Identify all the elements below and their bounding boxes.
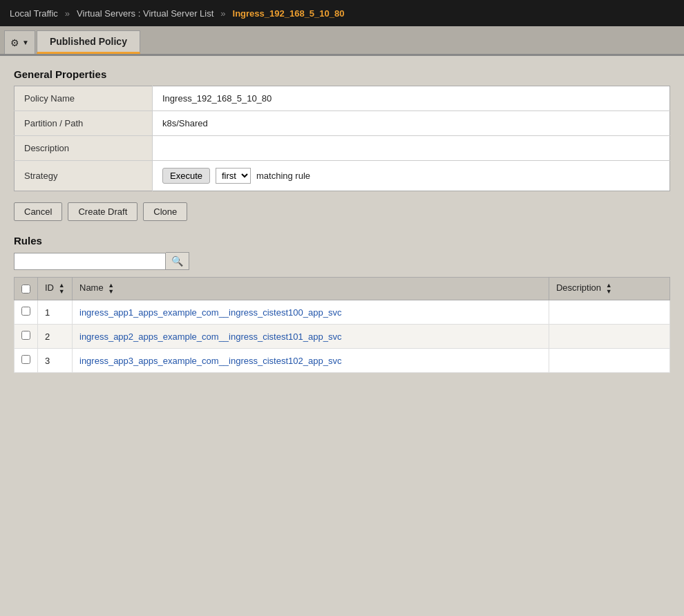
breadcrumb-bar: Local Traffic » Virtual Servers : Virtua… — [0, 0, 684, 26]
breadcrumb-current: Ingress_192_168_5_10_80 — [233, 8, 345, 19]
row-id: 3 — [38, 349, 73, 373]
property-value-partition-path: k8s/Shared — [153, 111, 670, 136]
row-id: 1 — [38, 300, 73, 325]
property-value-strategy: Execute first matching rule — [153, 161, 670, 191]
search-icon: 🔍 — [171, 256, 183, 267]
row-checkbox[interactable] — [21, 355, 30, 364]
property-value-description[interactable] — [153, 136, 670, 161]
row-name[interactable]: ingress_app1_apps_example_com__ingress_c… — [73, 300, 549, 325]
tab-published-label: Published Policy — [50, 36, 127, 47]
row-name[interactable]: ingress_app3_apps_example_com__ingress_c… — [73, 349, 549, 373]
table-row: 2ingress_app2_apps_example_com__ingress_… — [15, 325, 670, 349]
row-checkbox-cell[interactable] — [15, 349, 38, 373]
breadcrumb-sep-1: » — [65, 8, 70, 19]
rules-search-input[interactable] — [14, 253, 166, 270]
rules-search-button[interactable]: 🔍 — [166, 252, 189, 270]
rule-link[interactable]: ingress_app3_apps_example_com__ingress_c… — [79, 356, 341, 366]
create-draft-button[interactable]: Create Draft — [68, 202, 137, 221]
table-row: 1ingress_app1_apps_example_com__ingress_… — [15, 300, 670, 325]
property-row-strategy: Strategy Execute first matching rule — [15, 161, 670, 191]
rule-link[interactable]: ingress_app2_apps_example_com__ingress_c… — [79, 331, 341, 342]
desc-sort-arrows: ▲▼ — [606, 282, 612, 295]
description-input[interactable] — [162, 143, 660, 153]
property-label-policy-name: Policy Name — [15, 86, 153, 111]
strategy-cell: Execute first matching rule — [162, 168, 660, 184]
column-header-description[interactable]: Description ▲▼ — [549, 278, 669, 300]
row-name[interactable]: ingress_app2_apps_example_com__ingress_c… — [73, 325, 549, 349]
row-checkbox[interactable] — [21, 307, 30, 316]
cancel-button[interactable]: Cancel — [14, 202, 62, 221]
row-description — [549, 325, 669, 349]
row-checkbox-cell[interactable] — [15, 300, 38, 325]
rules-heading: Rules — [14, 235, 670, 247]
column-header-checkbox[interactable] — [15, 278, 38, 300]
column-header-id[interactable]: ID ▲▼ — [38, 278, 73, 300]
rules-table: ID ▲▼ Name ▲▼ Description ▲▼ 1ingress_ap… — [14, 277, 670, 373]
gear-dropdown-arrow: ▼ — [22, 39, 29, 46]
strategy-suffix: matching rule — [256, 171, 310, 181]
property-row-partition-path: Partition / Path k8s/Shared — [15, 111, 670, 136]
row-description — [549, 349, 669, 373]
search-container: 🔍 — [14, 252, 670, 270]
rule-link[interactable]: ingress_app1_apps_example_com__ingress_c… — [79, 307, 341, 318]
column-label-id: ID — [45, 282, 54, 293]
gear-icon: ⚙ — [10, 37, 19, 48]
property-label-partition-path: Partition / Path — [15, 111, 153, 136]
clone-button[interactable]: Clone — [143, 202, 187, 221]
column-label-name: Name — [79, 282, 104, 293]
id-sort-arrows: ▲▼ — [59, 282, 65, 295]
rules-table-header-row: ID ▲▼ Name ▲▼ Description ▲▼ — [15, 278, 670, 300]
strategy-select[interactable]: first — [216, 168, 251, 184]
tab-bar: ⚙ ▼ Published Policy — [0, 26, 684, 56]
select-all-checkbox[interactable] — [21, 285, 30, 293]
property-row-description: Description — [15, 136, 670, 161]
row-description — [549, 300, 669, 325]
properties-table: Policy Name Ingress_192_168_5_10_80 Part… — [14, 86, 670, 191]
row-checkbox[interactable] — [21, 331, 30, 340]
property-value-policy-name: Ingress_192_168_5_10_80 — [153, 86, 670, 111]
tab-published-policy[interactable]: Published Policy — [37, 30, 140, 54]
column-header-name[interactable]: Name ▲▼ — [73, 278, 549, 300]
row-checkbox-cell[interactable] — [15, 325, 38, 349]
property-row-policy-name: Policy Name Ingress_192_168_5_10_80 — [15, 86, 670, 111]
tab-gear-button[interactable]: ⚙ ▼ — [4, 30, 35, 54]
general-properties-heading: General Properties — [14, 68, 670, 80]
breadcrumb-virtual-servers[interactable]: Virtual Servers : Virtual Server List — [77, 8, 213, 19]
table-row: 3ingress_app3_apps_example_com__ingress_… — [15, 349, 670, 373]
breadcrumb-sep-2: » — [220, 8, 225, 19]
property-label-description: Description — [15, 136, 153, 161]
column-label-description: Description — [556, 282, 601, 293]
breadcrumb-local-traffic[interactable]: Local Traffic — [10, 8, 58, 19]
row-id: 2 — [38, 325, 73, 349]
strategy-execute-button[interactable]: Execute — [162, 168, 210, 184]
action-buttons: Cancel Create Draft Clone — [14, 202, 670, 221]
name-sort-arrows: ▲▼ — [108, 282, 114, 295]
main-content: General Properties Policy Name Ingress_1… — [0, 56, 684, 387]
property-label-strategy: Strategy — [15, 161, 153, 191]
